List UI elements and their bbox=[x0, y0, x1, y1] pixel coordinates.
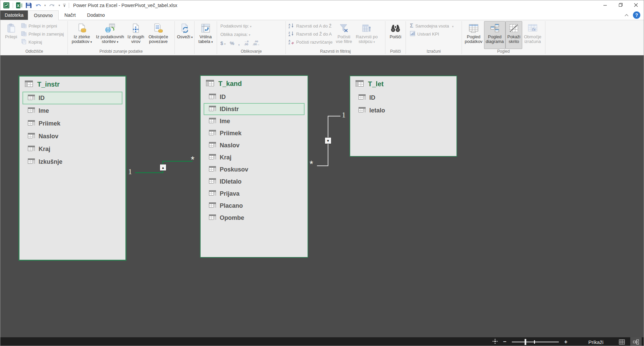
field-row[interactable]: Prijava bbox=[204, 188, 305, 200]
table-header[interactable]: T_instr bbox=[25, 81, 125, 88]
field-row[interactable]: Ime bbox=[204, 115, 305, 127]
field-row[interactable]: ID bbox=[353, 91, 453, 104]
field-row[interactable]: letalo bbox=[353, 104, 453, 117]
field-row[interactable]: Kraj bbox=[204, 151, 305, 163]
currency-format-button[interactable]: $ bbox=[220, 40, 226, 46]
powerpivot-app-icon[interactable] bbox=[3, 2, 10, 9]
zoom-slider-track[interactable] bbox=[512, 342, 559, 342]
relationship-line[interactable] bbox=[317, 165, 328, 166]
paste-icon bbox=[6, 23, 16, 34]
paste-button[interactable]: Prilepi bbox=[2, 21, 20, 49]
pivottable-button[interactable]: Vrtilna tabela bbox=[196, 21, 215, 49]
existing-connections-button[interactable]: Obstoječe povezave bbox=[146, 21, 170, 49]
refresh-icon bbox=[180, 23, 190, 34]
redo-icon[interactable] bbox=[49, 3, 56, 8]
clear-filters-button[interactable]: Počisti vse filtre bbox=[334, 21, 354, 49]
data-view-button[interactable]: Pogled podatkov bbox=[463, 21, 484, 49]
tab-datoteka[interactable]: Datoteka bbox=[0, 10, 28, 20]
relationship-arrow-icon[interactable] bbox=[160, 164, 166, 171]
group-label-pivottable bbox=[195, 49, 217, 55]
fit-to-screen-button[interactable]: Prikaži bbox=[588, 339, 603, 345]
sort-za-button[interactable]: ZARazvrsti od Ž do A bbox=[287, 30, 334, 38]
increase-decimal-icon[interactable]: →.0.00 bbox=[244, 40, 249, 46]
autosum-button[interactable]: ΣSamodejna vsota bbox=[409, 22, 455, 30]
tab-osnovno[interactable]: Osnovno bbox=[28, 10, 59, 20]
field-row[interactable]: Priimek bbox=[204, 127, 305, 139]
table-card-t-let[interactable]: T_let ID letalo bbox=[350, 76, 457, 157]
data-view-icon bbox=[469, 23, 479, 34]
field-row[interactable]: Naslov bbox=[22, 130, 122, 143]
paste-replace-button[interactable]: Prilepi in zamenjaj bbox=[20, 30, 65, 38]
data-type-dropdown[interactable]: Podatkovni tip: bbox=[220, 22, 260, 30]
from-other-sources-button[interactable]: Iz drugih virov bbox=[125, 21, 146, 49]
window-title: Power Pivot za Excel - PowerPivot_več_ta… bbox=[73, 3, 177, 8]
relationship-many-label: * bbox=[310, 159, 313, 169]
undo-caret-icon[interactable]: ▾ bbox=[44, 4, 46, 7]
save-icon[interactable] bbox=[25, 2, 32, 8]
redo-caret-icon[interactable]: ▾ bbox=[59, 4, 60, 7]
calculation-area-button[interactable]: fx Območje izračuna bbox=[522, 21, 543, 49]
field-row[interactable]: Priimek bbox=[22, 117, 122, 130]
field-row[interactable]: Naslov bbox=[204, 139, 305, 151]
column-icon bbox=[28, 95, 35, 101]
zoom-slider-thumb[interactable] bbox=[525, 339, 526, 345]
help-icon[interactable]: ? bbox=[633, 11, 640, 19]
minimize-button[interactable] bbox=[597, 0, 613, 10]
table-header[interactable]: T_kand bbox=[206, 80, 308, 88]
table-icon bbox=[206, 80, 214, 88]
thousands-format-button[interactable]: , bbox=[238, 40, 239, 46]
table-header[interactable]: T_let bbox=[356, 80, 457, 88]
grid-view-icon[interactable] bbox=[619, 339, 625, 345]
collapse-ribbon-icon[interactable] bbox=[624, 12, 629, 18]
field-row[interactable]: Kraj bbox=[22, 143, 122, 155]
relationship-line[interactable] bbox=[135, 172, 163, 173]
field-row[interactable]: Placano bbox=[204, 200, 305, 212]
clear-sort-button[interactable]: AZPočisti razvrščanje bbox=[287, 38, 334, 46]
show-hidden-button[interactable]: Pokaži skrito bbox=[505, 21, 522, 49]
field-row[interactable]: ID bbox=[204, 91, 305, 103]
existing-connections-icon bbox=[153, 23, 163, 34]
sort-az-button[interactable]: AZRazvrsti od A do Ž bbox=[287, 22, 334, 30]
sort-by-column-button[interactable]: Razvrsti po stolpcu bbox=[354, 21, 379, 49]
field-row[interactable]: Opombe bbox=[204, 212, 305, 224]
field-row[interactable]: IDinstr bbox=[204, 103, 305, 115]
relationship-line[interactable] bbox=[328, 116, 340, 116]
field-row[interactable]: IDletalo bbox=[204, 176, 305, 188]
zoom-slider[interactable] bbox=[512, 339, 559, 345]
column-icon bbox=[209, 94, 216, 100]
from-database-button[interactable]: Iz zbirke podatkov bbox=[69, 21, 95, 49]
field-row[interactable]: Izkušnje bbox=[22, 155, 122, 168]
create-kpi-button[interactable]: Ustvari KPI bbox=[409, 30, 455, 38]
table-card-t-kand[interactable]: T_kand ID IDinstr Ime Priimek Naslov Kra… bbox=[200, 75, 308, 258]
tab-nacrt[interactable]: Načrt bbox=[59, 10, 81, 20]
diagram-view-small-icon[interactable] bbox=[630, 337, 642, 346]
qat-menu-icon[interactable]: ▾ bbox=[63, 4, 66, 7]
relationship-arrow-icon[interactable] bbox=[325, 137, 331, 144]
group-separator bbox=[545, 21, 545, 54]
refresh-button[interactable]: Osveži bbox=[176, 21, 194, 49]
diagram-canvas[interactable]: T_instr ID Ime Priimek Naslov Kraj Izkuš… bbox=[0, 55, 644, 337]
tab-dodatno[interactable]: Dodatno bbox=[82, 10, 111, 20]
excel-icon[interactable]: X bbox=[16, 2, 22, 8]
field-row[interactable]: Poskusov bbox=[204, 163, 305, 176]
ribbon-group-refresh: Osveži bbox=[175, 20, 194, 55]
fit-to-window-icon[interactable] bbox=[492, 339, 498, 345]
zoom-in-button[interactable]: + bbox=[564, 339, 568, 345]
find-button[interactable]: Poišči bbox=[387, 21, 404, 49]
decrease-decimal-icon[interactable]: .00.00→ bbox=[253, 40, 260, 46]
zoom-out-button[interactable]: − bbox=[503, 339, 506, 345]
undo-icon[interactable] bbox=[35, 3, 41, 8]
field-row[interactable]: ID bbox=[22, 92, 122, 104]
group-label-sort-filter: Razvrsti in filtriraj bbox=[286, 49, 385, 55]
close-button[interactable] bbox=[628, 0, 644, 10]
from-data-services-button[interactable]: Iz podatkovnih storitev bbox=[95, 21, 125, 49]
relationship-line[interactable] bbox=[162, 161, 193, 162]
field-row[interactable]: Ime bbox=[22, 104, 122, 117]
percent-format-button[interactable]: % bbox=[230, 40, 234, 46]
diagram-view-button[interactable]: Pogled diagrama bbox=[484, 21, 505, 49]
copy-button[interactable]: Kopiraj bbox=[20, 38, 65, 46]
paste-append-button[interactable]: Prilepi in pripni bbox=[20, 22, 65, 30]
table-card-t-instr[interactable]: T_instr ID Ime Priimek Naslov Kraj Izkuš… bbox=[18, 76, 126, 261]
restore-button[interactable] bbox=[613, 0, 628, 10]
format-dropdown[interactable]: Oblika zapisa: bbox=[220, 30, 260, 39]
